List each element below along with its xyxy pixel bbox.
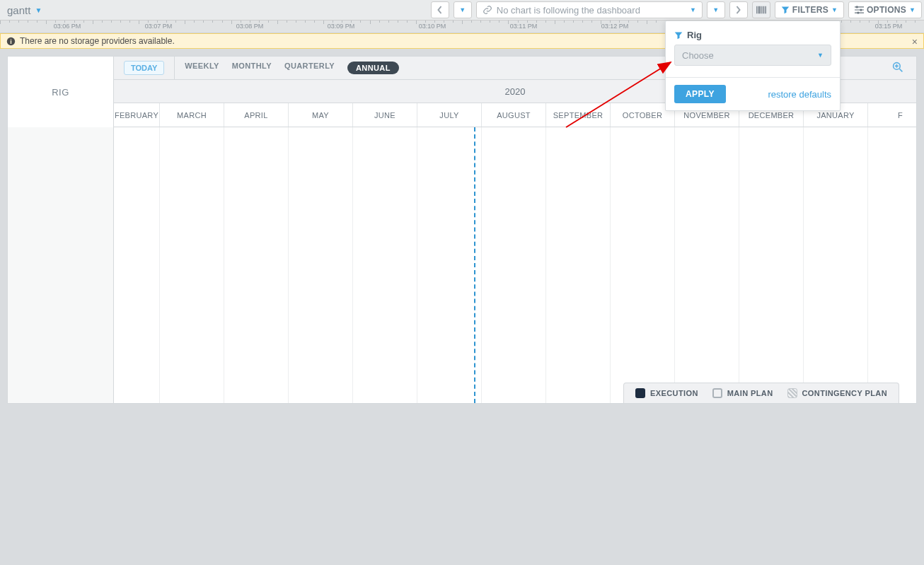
ruler-time-label: 03:11 PM [510,23,538,30]
grid-column [675,127,739,403]
gantt-grid[interactable]: EXECUTION MAIN PLAN CONTINGENCY PLAN [114,127,916,403]
top-toolbar: gantt ▼ ▼ No chart is following the dash… [0,0,924,21]
filter-field-title: Rig [674,30,831,40]
today-marker [474,127,475,403]
month-header: JUNE [353,103,417,127]
next-dropdown[interactable]: ▼ [707,1,725,18]
caret-down-icon: ▼ [459,6,466,13]
zoom-in-icon [892,62,903,73]
contingency-swatch-icon [787,388,797,398]
grid-column [114,127,160,403]
ruler-time-label: 03:06 PM [54,23,81,30]
link-icon [483,5,492,15]
gantt-row-area [8,127,114,403]
tab-annual[interactable]: ANNUAL [347,62,399,74]
rig-select[interactable]: Choose ▼ [674,45,831,66]
grid-column [289,127,353,403]
month-header: MARCH [160,103,224,127]
svg-point-1 [860,8,862,11]
filters-button[interactable]: FILTERS ▼ [775,1,844,18]
grid-column [611,127,675,403]
month-header: F [868,103,917,127]
grid-column [224,127,289,403]
svg-text:i: i [10,37,11,45]
row-header-label: RIG [8,57,113,127]
ruler-time-label: 03:08 PM [236,23,264,30]
tab-monthly[interactable]: MONTHLY [232,62,272,74]
ruler-time-label: 03:10 PM [419,23,446,30]
ruler-time-label: 03:12 PM [601,23,629,30]
chevron-left-icon [437,6,443,14]
ruler-time-label: 03:15 PM [875,23,903,30]
zoom-in-button[interactable] [889,59,906,78]
grid-column [546,127,611,403]
legend-contingency[interactable]: CONTINGENCY PLAN [787,388,887,398]
legend-execution[interactable]: EXECUTION [635,388,698,398]
tab-weekly[interactable]: WEEKLY [185,62,219,74]
grid-column [804,127,868,403]
caret-down-icon: ▼ [712,6,719,13]
grid-column [739,127,804,403]
svg-point-0 [856,6,858,8]
chart-follow-text: No chart is following the dashboard [497,5,640,16]
grid-column [160,127,224,403]
month-header: SEPTEMBER [546,103,611,127]
ruler-time-label: 03:09 PM [328,23,355,30]
caret-down-icon: ▼ [909,6,916,13]
restore-defaults-link[interactable]: restore defaults [768,89,831,100]
barcode-button[interactable] [752,1,770,18]
barcode-icon [756,5,766,15]
next-button[interactable] [729,1,748,18]
legend: EXECUTION MAIN PLAN CONTINGENCY PLAN [623,383,899,403]
caret-down-icon: ▼ [35,6,42,14]
close-icon[interactable]: × [912,36,918,47]
filter-icon [674,31,683,40]
tab-quarterly[interactable]: QUARTERLY [284,62,335,74]
page-title-dropdown[interactable]: gantt ▼ [0,0,49,20]
grid-column [353,127,417,403]
caret-down-icon: ▼ [831,6,838,13]
main-plan-swatch-icon [712,388,722,398]
svg-point-2 [857,11,859,13]
execution-swatch-icon [635,388,645,398]
caret-down-icon: ▼ [817,52,824,59]
page-title: gantt [7,4,30,16]
month-header: FEBRUARY [114,103,160,127]
info-icon: i [6,37,16,46]
filter-icon [781,6,790,14]
chevron-right-icon [735,6,741,14]
options-button[interactable]: OPTIONS ▼ [848,1,922,18]
prev-dropdown[interactable]: ▼ [454,1,472,18]
filters-popover: Rig Choose ▼ APPLY restore defaults [665,21,841,111]
grid-column [482,127,546,403]
today-button[interactable]: TODAY [124,61,164,75]
grid-column [868,127,916,403]
sliders-icon [855,6,864,14]
warning-text: There are no storage providers available… [20,36,175,46]
prev-button[interactable] [431,1,449,18]
options-label: OPTIONS [867,5,906,15]
month-header: JULY [417,103,482,127]
legend-main-plan[interactable]: MAIN PLAN [712,388,773,398]
month-header: AUGUST [482,103,546,127]
apply-button[interactable]: APPLY [674,85,726,103]
month-header: APRIL [224,103,289,127]
month-header: MAY [289,103,353,127]
grid-column [417,127,482,403]
caret-down-icon: ▼ [690,6,696,13]
rig-select-placeholder: Choose [682,50,714,61]
chart-follow-field[interactable]: No chart is following the dashboard ▼ [476,1,703,18]
ruler-time-label: 03:07 PM [145,23,173,30]
filters-label: FILTERS [792,5,828,15]
